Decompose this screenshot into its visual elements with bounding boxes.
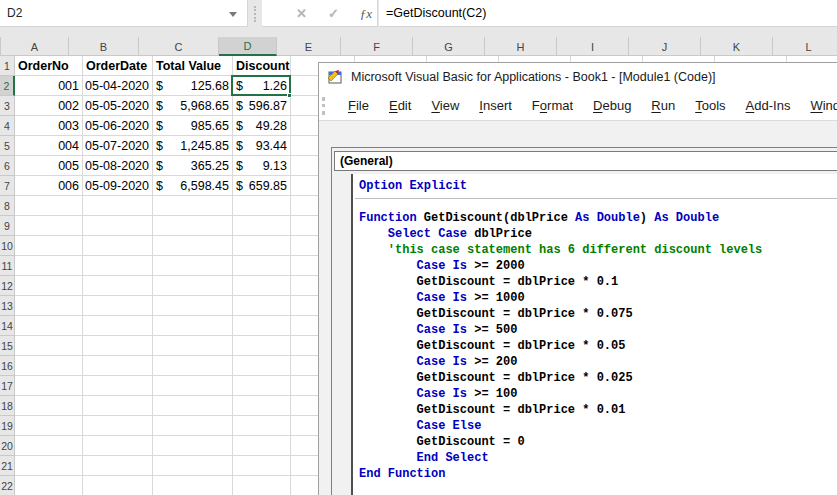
column-header-C[interactable]: C [139, 37, 219, 56]
cell-A22[interactable] [15, 476, 83, 495]
row-header-18[interactable]: 18 [0, 396, 15, 416]
cell-C13[interactable] [153, 296, 233, 316]
cell-C22[interactable] [153, 476, 233, 495]
cell-C3[interactable]: $5,968.65 [153, 96, 233, 116]
cell-A9[interactable] [15, 216, 83, 236]
cell-B8[interactable] [83, 196, 153, 216]
cell-D3[interactable]: $596.87 [233, 96, 291, 116]
column-header-L[interactable]: L [773, 37, 837, 56]
cell-B13[interactable] [83, 296, 153, 316]
select-all-corner[interactable] [0, 37, 1, 56]
cell-D12[interactable] [233, 276, 291, 296]
cell-C2[interactable]: $125.68 [153, 76, 233, 96]
cell-B3[interactable]: 05-05-2020 [83, 96, 153, 116]
cell-C12[interactable] [153, 276, 233, 296]
menu-format[interactable]: Format [522, 91, 583, 121]
row-header-12[interactable]: 12 [0, 276, 15, 296]
cell-C10[interactable] [153, 236, 233, 256]
cancel-icon[interactable]: ✕ [296, 0, 307, 27]
row-header-11[interactable]: 11 [0, 256, 15, 276]
cell-D13[interactable] [233, 296, 291, 316]
cell-A7[interactable]: 006 [15, 176, 83, 196]
cell-D22[interactable] [233, 476, 291, 495]
cell-D6[interactable]: $9.13 [233, 156, 291, 176]
menu-window[interactable]: Window [800, 91, 837, 121]
menu-run[interactable]: Run [641, 91, 685, 121]
fill-handle[interactable] [287, 93, 292, 98]
cell-B14[interactable] [83, 316, 153, 336]
row-header-9[interactable]: 9 [0, 216, 15, 236]
object-dropdown[interactable]: (General) [334, 151, 837, 171]
row-header-20[interactable]: 20 [0, 436, 15, 456]
name-box-dropdown-icon[interactable] [229, 12, 237, 17]
cell-A12[interactable] [15, 276, 83, 296]
cell-A6[interactable]: 005 [15, 156, 83, 176]
name-box[interactable]: D2 [0, 0, 248, 27]
cell-D18[interactable] [233, 396, 291, 416]
cell-D15[interactable] [233, 336, 291, 356]
column-header-B[interactable]: B [69, 37, 139, 56]
cell-D10[interactable] [233, 236, 291, 256]
menu-view[interactable]: View [421, 91, 469, 121]
row-header-13[interactable]: 13 [0, 296, 15, 316]
cell-A19[interactable] [15, 416, 83, 436]
menu-addins[interactable]: Add-Ins [736, 91, 801, 121]
cell-C16[interactable] [153, 356, 233, 376]
cell-A8[interactable] [15, 196, 83, 216]
cell-B22[interactable] [83, 476, 153, 495]
column-header-K[interactable]: K [701, 37, 773, 56]
cell-D4[interactable]: $49.28 [233, 116, 291, 136]
row-header-19[interactable]: 19 [0, 416, 15, 436]
cell-B15[interactable] [83, 336, 153, 356]
cell-C17[interactable] [153, 376, 233, 396]
cell-B11[interactable] [83, 256, 153, 276]
cell-A10[interactable] [15, 236, 83, 256]
cell-C15[interactable] [153, 336, 233, 356]
cell-A16[interactable] [15, 356, 83, 376]
menu-edit[interactable]: Edit [379, 91, 421, 121]
column-header-J[interactable]: J [629, 37, 701, 56]
row-header-5[interactable]: 5 [0, 136, 15, 156]
cell-C14[interactable] [153, 316, 233, 336]
cell-A14[interactable] [15, 316, 83, 336]
row-header-7[interactable]: 7 [0, 176, 15, 196]
menu-insert[interactable]: Insert [469, 91, 522, 121]
cell-B19[interactable] [83, 416, 153, 436]
cell-D7[interactable]: $659.85 [233, 176, 291, 196]
cell-A18[interactable] [15, 396, 83, 416]
column-header-A[interactable]: A [1, 37, 69, 56]
column-header-E[interactable]: E [277, 37, 341, 56]
row-header-1[interactable]: 1 [0, 56, 15, 76]
cell-B16[interactable] [83, 356, 153, 376]
cell-C7[interactable]: $6,598.45 [153, 176, 233, 196]
code-editor[interactable]: Option ExplicitFunction GetDiscount(dblP… [332, 174, 837, 495]
cell-B12[interactable] [83, 276, 153, 296]
cell-D1[interactable]: Discount [233, 56, 291, 76]
cell-C1[interactable]: Total Value [153, 56, 233, 76]
cell-B4[interactable]: 05-06-2020 [83, 116, 153, 136]
formula-bar[interactable]: =GetDiscount(C2) [379, 0, 837, 27]
row-header-4[interactable]: 4 [0, 116, 15, 136]
menu-tools[interactable]: Tools [685, 91, 735, 121]
column-header-F[interactable]: F [341, 37, 413, 56]
cell-D17[interactable] [233, 376, 291, 396]
row-header-22[interactable]: 22 [0, 476, 15, 495]
cell-C20[interactable] [153, 436, 233, 456]
cell-A20[interactable] [15, 436, 83, 456]
cell-D8[interactable] [233, 196, 291, 216]
cell-B10[interactable] [83, 236, 153, 256]
cell-B9[interactable] [83, 216, 153, 236]
row-header-21[interactable]: 21 [0, 456, 15, 476]
row-header-15[interactable]: 15 [0, 336, 15, 356]
cell-C5[interactable]: $1,245.85 [153, 136, 233, 156]
cell-B7[interactable]: 05-09-2020 [83, 176, 153, 196]
cell-B2[interactable]: 05-04-2020 [83, 76, 153, 96]
menu-drag-handle[interactable] [322, 97, 325, 115]
menu-file[interactable]: File [338, 91, 379, 121]
cell-D19[interactable] [233, 416, 291, 436]
cell-D9[interactable] [233, 216, 291, 236]
cell-D21[interactable] [233, 456, 291, 476]
cell-C21[interactable] [153, 456, 233, 476]
cell-D5[interactable]: $93.44 [233, 136, 291, 156]
cell-A3[interactable]: 002 [15, 96, 83, 116]
